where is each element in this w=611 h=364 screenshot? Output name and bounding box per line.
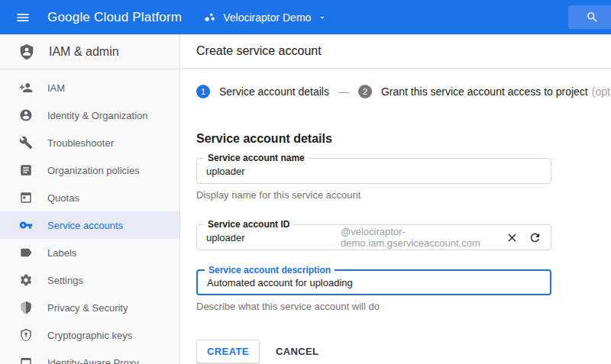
sidebar-item-label: Privacy & Security <box>47 302 128 314</box>
step-2-label[interactable]: Grant this service account access to pro… <box>381 85 588 98</box>
sidebar-item-label: Identity-Aware Proxy <box>47 357 139 364</box>
service-account-description-label: Service account description <box>205 264 335 276</box>
account-circle-icon <box>19 108 33 122</box>
sidebar-item-identity-aware-proxy[interactable]: Identity-Aware Proxy <box>0 349 179 364</box>
iam-admin-shield-person-icon <box>18 43 35 60</box>
page-title: Create service account <box>196 44 322 58</box>
project-name: Velociraptor Demo <box>223 11 311 24</box>
refresh-icon <box>529 231 541 244</box>
top-app-bar: Google Cloud Platform Velociraptor Demo <box>0 0 611 34</box>
sidebar-item-label: Settings <box>47 275 83 286</box>
sidebar-item-label: Organization policies <box>47 165 140 176</box>
sidebar-item-label: Troubleshooter <box>47 137 114 149</box>
sidebar-item-labels[interactable]: Labels <box>0 239 179 266</box>
sidebar: IAM & admin IAM Identity & Organization … <box>0 34 180 364</box>
proxy-window-icon <box>19 356 33 364</box>
sidebar-item-identity-organization[interactable]: Identity & Organization <box>0 101 179 129</box>
product-logo[interactable]: Google Cloud Platform <box>47 10 182 25</box>
create-button[interactable]: CREATE <box>196 340 260 363</box>
regenerate-id-button[interactable] <box>529 231 541 244</box>
sidebar-item-label: Cryptographic keys <box>47 330 132 341</box>
service-account-description-field: Service account description <box>196 269 551 295</box>
hamburger-menu-icon[interactable] <box>15 10 31 25</box>
cancel-button[interactable]: CANCEL <box>276 346 319 357</box>
policy-document-icon <box>19 163 33 177</box>
shield-key-icon <box>19 328 33 342</box>
form-heading: Service account details <box>196 132 611 146</box>
shield-icon <box>19 301 33 314</box>
step-1-label[interactable]: Service account details <box>219 85 329 98</box>
step-2-circle[interactable]: 2 <box>358 85 372 98</box>
sidebar-item-service-accounts[interactable]: Service accounts <box>0 211 179 239</box>
search-icon <box>586 11 599 24</box>
sidebar-item-privacy-security[interactable]: Privacy & Security <box>0 294 179 321</box>
service-account-form: Service account details Service account … <box>181 110 611 363</box>
sidebar-item-quotas[interactable]: Quotas <box>0 184 179 211</box>
service-account-name-field: Service account name <box>196 158 551 184</box>
sidebar-item-iam[interactable]: IAM <box>0 74 179 101</box>
id-domain-suffix: @velociraptor-demo.iam.gserviceaccount.c… <box>341 226 496 249</box>
sidebar-item-label: Service accounts <box>47 220 123 231</box>
sidebar-item-label: Labels <box>47 247 76 259</box>
sidebar-item-organization-policies[interactable]: Organization policies <box>0 156 179 184</box>
service-account-id-label: Service account ID <box>204 218 293 230</box>
service-account-name-input[interactable] <box>206 166 541 177</box>
quota-icon <box>19 191 33 205</box>
project-switcher[interactable]: Velociraptor Demo <box>203 11 327 24</box>
chevron-down-icon <box>318 13 327 22</box>
name-helper-text: Display name for this service account <box>196 189 611 201</box>
close-icon <box>506 231 519 244</box>
sidebar-item-label: IAM <box>47 82 65 94</box>
service-account-name-label: Service account name <box>204 152 309 164</box>
step-separator: — <box>338 85 349 98</box>
sidebar-item-cryptographic-keys[interactable]: Cryptographic keys <box>0 321 179 349</box>
page-title-bar: Create service account <box>181 34 611 69</box>
sidebar-item-label: Quotas <box>47 192 79 204</box>
description-helper-text: Describe what this service account will … <box>196 301 611 312</box>
main-content: Create service account 1 Service account… <box>181 34 611 364</box>
sidebar-item-label: Identity & Organization <box>47 110 148 121</box>
step-1-circle[interactable]: 1 <box>196 85 210 98</box>
service-account-description-input[interactable] <box>207 277 541 288</box>
step-2-optional-label: (optional) <box>592 85 611 98</box>
service-account-id-input[interactable] <box>206 232 341 243</box>
sidebar-item-settings[interactable]: Settings <box>0 266 179 294</box>
person-add-icon <box>19 81 33 95</box>
service-account-key-icon <box>19 218 33 232</box>
project-cluster-icon <box>203 11 216 24</box>
clear-id-button[interactable] <box>506 231 519 244</box>
sidebar-header: IAM & admin <box>0 34 179 69</box>
stepper: 1 Service account details — 2 Grant this… <box>181 69 611 110</box>
sidebar-item-troubleshooter[interactable]: Troubleshooter <box>0 129 179 156</box>
gear-icon <box>19 273 33 287</box>
sidebar-nav: IAM Identity & Organization Troubleshoot… <box>0 69 179 364</box>
wrench-icon <box>19 136 33 150</box>
form-actions: CREATE CANCEL <box>196 340 611 363</box>
label-tag-icon <box>19 246 33 259</box>
service-account-id-field: Service account ID @velociraptor-demo.ia… <box>196 224 551 250</box>
search-button[interactable] <box>568 5 611 29</box>
sidebar-title: IAM & admin <box>49 45 119 59</box>
